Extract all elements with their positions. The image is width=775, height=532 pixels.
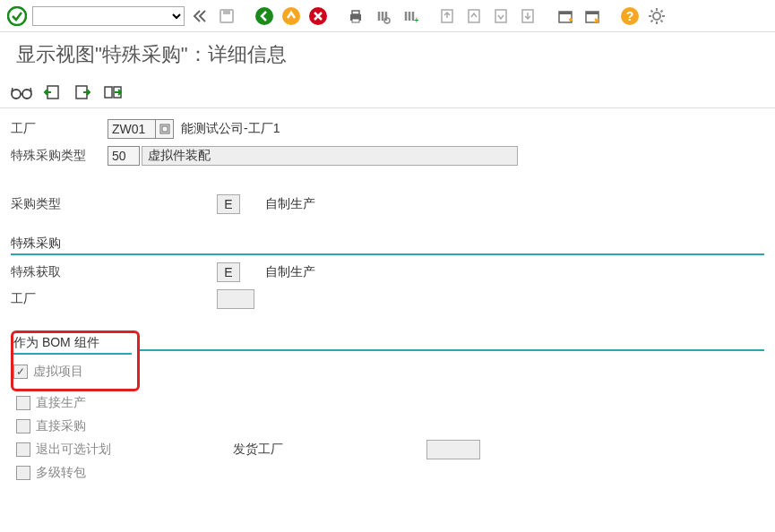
next-entry-icon[interactable] [70,81,95,104]
svg-rect-8 [352,19,359,22]
svg-point-4 [282,7,300,25]
command-dropdown[interactable] [32,6,185,26]
sptype-code-field[interactable]: 50 [108,146,140,166]
new-session-icon[interactable] [554,4,577,28]
spacq-desc: 自制生产 [265,264,315,280]
svg-line-28 [651,20,653,21]
directproc-checkbox [16,419,30,433]
sptype-label: 特殊采购类型 [11,148,108,164]
collapse-icon[interactable] [188,4,211,28]
proc-desc: 自制生产 [265,196,315,212]
directproc-label: 直接采购 [36,418,86,434]
spacq-label: 特殊获取 [11,264,217,280]
phantom-label: 虚拟项目 [33,364,83,380]
svg-point-0 [8,7,26,25]
highlight-box: 作为 BOM 组件 虚拟项目 [11,330,140,391]
print-icon[interactable] [344,4,367,28]
last-page-icon[interactable] [516,4,539,28]
svg-rect-16 [559,12,572,14]
group-bom-container: 作为 BOM 组件 虚拟项目 [11,314,764,391]
close-session-icon[interactable] [581,4,604,28]
svg-text:?: ? [626,9,634,23]
prev-page-icon[interactable] [462,4,486,28]
back-icon[interactable] [253,4,276,28]
svg-rect-13 [495,10,506,22]
svg-rect-12 [469,10,479,22]
first-page-icon[interactable] [435,4,459,28]
glasses-icon[interactable] [9,81,34,104]
main-toolbar: + ? [0,0,775,32]
group-bom-title: 作为 BOM 组件 [13,335,99,351]
settings-icon[interactable] [645,4,668,28]
app-toolbar [0,77,775,108]
spacq-code-field: E [217,262,240,282]
next-page-icon[interactable] [489,4,512,28]
phantom-checkbox [13,365,28,379]
shipplant-label: 发货工厂 [233,442,283,458]
sptype-desc: 虚拟件装配 [142,146,518,166]
page-title: 显示视图"特殊采购"：详细信息 [0,32,775,77]
multisub-label: 多级转包 [36,465,86,481]
plant-label: 工厂 [11,121,108,137]
svg-point-31 [22,90,31,99]
svg-rect-7 [352,11,359,14]
directprod-checkbox [16,396,30,410]
svg-text:+: + [414,15,418,25]
sp-plant-field [217,289,254,309]
help-icon[interactable]: ? [618,4,642,28]
form-area: 工厂 ZW01 能测试公司-工厂1 特殊采购类型 50 虚拟件装配 采购类型 E… [0,108,775,493]
plant-code-field[interactable]: ZW01 [108,119,156,139]
svg-line-27 [661,20,663,21]
find-next-icon[interactable]: + [398,4,421,28]
plant-desc: 能测试公司-工厂1 [176,119,287,139]
sp-plant-label: 工厂 [11,291,217,307]
overview-icon[interactable] [100,81,125,104]
plant-f4-icon[interactable] [156,119,174,139]
svg-line-26 [651,10,653,12]
svg-point-21 [653,13,660,20]
group-special-title: 特殊采购 [11,236,217,252]
ok-icon[interactable] [5,4,29,28]
shipplant-field [426,440,480,459]
prev-entry-icon[interactable] [39,81,65,104]
svg-line-29 [661,10,663,12]
withdraw-label: 退出可选计划 [36,442,233,458]
svg-rect-2 [223,10,230,14]
proc-code-field: E [217,194,240,214]
save-icon[interactable] [215,4,238,28]
directprod-label: 直接生产 [36,395,86,411]
withdraw-checkbox [16,442,30,457]
svg-rect-18 [586,12,598,14]
find-icon[interactable] [371,4,394,28]
svg-rect-37 [162,126,168,132]
group-special: 特殊采购 特殊获取 E 自制生产 工厂 [11,234,764,311]
svg-point-3 [255,7,273,25]
multisub-checkbox [16,466,30,480]
svg-rect-34 [105,87,112,98]
exit-icon[interactable] [280,4,303,28]
proc-label: 采购类型 [11,196,217,212]
cancel-icon[interactable] [306,4,330,28]
svg-point-30 [12,90,21,99]
